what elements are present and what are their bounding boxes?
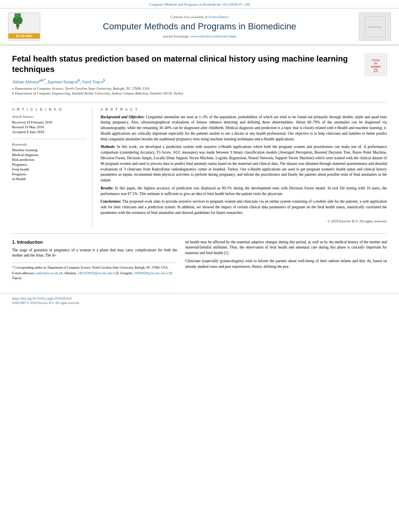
journal-center: Contents lists available at ScienceDirec… (44, 15, 355, 38)
results-label: Results: (101, 186, 113, 190)
intro-heading: 1. Introduction (12, 240, 177, 244)
journal-reference: Computer Methods and Programs in Biomedi… (0, 0, 399, 8)
keyword-2: Medical diagnosis (12, 153, 86, 157)
accepted-date: Accepted 8 June 2018 (12, 130, 86, 134)
elsevier-logo-img: ELSEVIER (8, 12, 40, 41)
svg-point-3 (18, 17, 23, 24)
footnote-1: * Corresponding author at: Department of… (12, 265, 177, 270)
revised-date: Revised 19 May 2018 (12, 125, 86, 129)
sciencedirect-link[interactable]: ScienceDirect (208, 15, 228, 19)
history-label: Article history: (12, 115, 86, 119)
journal-logo-right: Journal Cover (359, 12, 391, 41)
introduction-section: 1. Introduction The stage of gestation o… (12, 240, 387, 281)
homepage-line: journal homepage: www.elsevier.com/locat… (44, 34, 355, 38)
doi-line: https://doi.org/10.1016/j.cmpb.2018.06.0… (12, 296, 387, 300)
keyword-4: Pregnancy (12, 162, 86, 166)
svg-rect-4 (17, 26, 19, 29)
email-link-3[interactable]: 160000696@stu.iku.edu.tr (134, 271, 168, 275)
intro-left-col: 1. Introduction The stage of gestation o… (12, 240, 177, 281)
article-title: Fetal health status prediction based on … (12, 53, 359, 74)
journal-header: ELSEVIER Contents lists available at Sci… (0, 8, 399, 45)
section-separator (12, 233, 387, 234)
article-authors: Akhan Akbuluta,b,*, Egemen Ertugrulb, Va… (12, 78, 359, 84)
conclusions-text: The proposed work aims to provide assist… (101, 199, 387, 215)
background-label: Background and Objective: (101, 115, 144, 119)
abstract-section: Background and Objective: Congenital ano… (101, 115, 387, 223)
author-2: Egemen Ertugrul (48, 79, 78, 84)
methods-label: Methods: (101, 145, 115, 149)
article-title-section: Fetal health status prediction based on … (12, 53, 387, 96)
check-badge: Check for updates ↑ (365, 53, 387, 76)
keywords-label: Keywords: (12, 142, 86, 146)
affiliation-b: b Department of Computer Engineering, Is… (12, 91, 359, 95)
abstract-para-background: Background and Objective: Congenital ano… (101, 115, 387, 142)
svg-text:Check: Check (372, 59, 380, 62)
keywords-section: Keywords: Machine learning Medical diagn… (12, 139, 86, 181)
intro-para-3: Clinicians (especially gynaecologists) w… (185, 259, 387, 270)
results-text: In this paper, the highest accuracy of p… (101, 186, 387, 196)
svg-text:for: for (374, 62, 378, 65)
abstract-label: A B S T R A C T (101, 107, 387, 111)
keyword-7: m-Health (12, 177, 86, 181)
keyword-3: Risk prediction (12, 158, 86, 162)
doi-link[interactable]: https://doi.org/10.1016/j.cmpb.2018.06.0… (12, 296, 72, 300)
abstract-column: A B S T R A C T Background and Objective… (101, 107, 387, 227)
article-title-text: Fetal health status prediction based on … (12, 53, 359, 96)
svg-text:updates: updates (371, 65, 381, 68)
methods-text: In this work, we developed a prediction … (101, 145, 387, 182)
abstract-para-results: Results: In this paper, the highest accu… (101, 186, 387, 197)
article-info-column: A R T I C L E I N F O Article history: R… (12, 107, 93, 227)
keyword-1: Machine learning (12, 148, 86, 152)
affiliation-a: a Department of Computer Science, North … (12, 86, 359, 90)
journal-title: Computer Methods and Programs in Biomedi… (44, 21, 355, 32)
check-updates-icon: Check for updates ↑ (367, 55, 385, 74)
email-link-1[interactable]: aakhul@ncsu.edu (36, 271, 59, 275)
email-link-2[interactable]: 14010200030@stu.iku.edu.tr (77, 271, 115, 275)
issn-line: 0169-2607/© 2018 Elsevier B.V. All right… (12, 301, 387, 305)
intro-right-col: tal health may be affected by the matern… (185, 240, 387, 281)
footnote-section: * Corresponding author at: Department of… (12, 263, 177, 280)
author-3: Varol Topcu (82, 79, 103, 84)
received-date: Received 18 February 2018 (12, 120, 86, 124)
homepage-link[interactable]: www.elsevier.com/locate/cmpb (191, 34, 236, 38)
contents-line: Contents lists available at ScienceDirec… (44, 15, 355, 19)
cover-thumbnail-icon: Journal Cover (364, 16, 386, 38)
svg-text:↑: ↑ (375, 70, 376, 72)
article-info-label: A R T I C L E I N F O (12, 107, 86, 111)
author-1: Akhan Akbulut (12, 79, 39, 84)
article-content: Fetal health status prediction based on … (0, 45, 399, 290)
svg-point-2 (13, 17, 18, 24)
bottom-bar: https://doi.org/10.1016/j.cmpb.2018.06.0… (0, 294, 399, 307)
footnote-2: E-mail addresses: aakhul@ncsu.edu (A. Ak… (12, 271, 177, 280)
abstract-para-conclusions: Conclusions: The proposed work aims to p… (101, 199, 387, 216)
conclusions-label: Conclusions: (101, 199, 121, 203)
intro-para-1: The stage of gestation or pregnancy of a… (12, 248, 177, 259)
keyword-5: Fetal health (12, 167, 86, 171)
intro-para-2: tal health may be affected by the matern… (185, 240, 387, 256)
keyword-6: Prognosis (12, 172, 86, 176)
abstract-para-methods: Methods: In this work, we developed a pr… (101, 144, 387, 183)
copyright-line: © 2018 Elsevier B.V. All rights reserved… (101, 219, 387, 223)
two-column-layout: A R T I C L E I N F O Article history: R… (12, 102, 387, 227)
elsevier-label: ELSEVIER (8, 33, 40, 39)
elsevier-tree-icon (12, 13, 36, 33)
elsevier-logo-left: ELSEVIER (8, 12, 40, 41)
svg-text:Journal Cover: Journal Cover (368, 26, 382, 28)
